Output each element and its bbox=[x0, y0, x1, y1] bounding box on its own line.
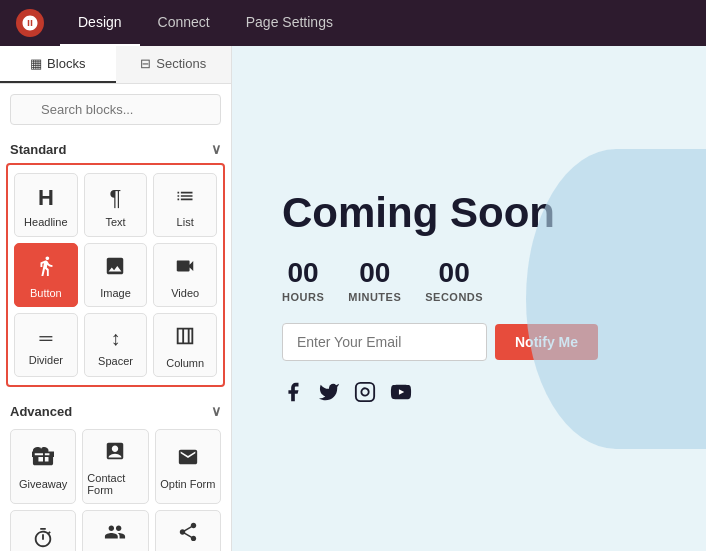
spacer-label: Spacer bbox=[98, 355, 133, 367]
standard-section-header: Standard ∨ bbox=[0, 133, 231, 163]
video-icon bbox=[174, 255, 196, 282]
advanced-section-header: Advanced ∨ bbox=[0, 395, 231, 425]
advanced-section: Advanced ∨ Giveaway Contact Form bbox=[0, 395, 231, 551]
canvas-area: Coming Soon 00 HOURS 00 MINUTES 00 SECON… bbox=[232, 46, 706, 551]
sections-tab-label: Sections bbox=[156, 56, 206, 71]
hours-label: HOURS bbox=[282, 291, 324, 303]
minutes-number: 00 bbox=[348, 257, 401, 289]
standard-blocks-grid-container: H Headline ¶ Text List bbox=[6, 163, 225, 387]
adv-social-profiles[interactable]: Social Profiles bbox=[82, 510, 148, 551]
countdown-icon bbox=[32, 527, 54, 551]
adv-countdown[interactable]: Countdown bbox=[10, 510, 76, 551]
divider-label: Divider bbox=[29, 354, 63, 366]
optin-form-label: Optin Form bbox=[160, 478, 215, 490]
contact-form-icon bbox=[104, 440, 126, 467]
blocks-tab-icon: ▦ bbox=[30, 56, 42, 71]
instagram-icon[interactable] bbox=[354, 381, 376, 408]
spacer-icon: ↕ bbox=[110, 327, 120, 350]
search-wrapper: 🔍 bbox=[10, 94, 221, 125]
advanced-label: Advanced bbox=[10, 404, 72, 419]
headline-icon: H bbox=[38, 185, 54, 211]
divider-icon: ═ bbox=[39, 328, 52, 349]
nav-tabs: Design Connect Page Settings bbox=[60, 0, 351, 46]
button-icon bbox=[35, 255, 57, 282]
button-label: Button bbox=[30, 287, 62, 299]
tab-blocks[interactable]: ▦ Blocks bbox=[0, 46, 116, 83]
column-icon bbox=[174, 325, 196, 352]
main-layout: ▦ Blocks ⊟ Sections 🔍 Standard ∨ H bbox=[0, 46, 706, 551]
search-container: 🔍 bbox=[0, 84, 231, 133]
sidebar-tabs: ▦ Blocks ⊟ Sections bbox=[0, 46, 231, 84]
column-label: Column bbox=[166, 357, 204, 369]
block-column[interactable]: Column bbox=[153, 313, 217, 377]
text-label: Text bbox=[105, 216, 125, 228]
nav-tab-connect[interactable]: Connect bbox=[140, 0, 228, 46]
svg-rect-0 bbox=[356, 383, 374, 401]
giveaway-label: Giveaway bbox=[19, 478, 67, 490]
countdown-hours: 00 HOURS bbox=[282, 257, 324, 303]
minutes-label: MINUTES bbox=[348, 291, 401, 303]
standard-label: Standard bbox=[10, 142, 66, 157]
nav-tab-page-settings[interactable]: Page Settings bbox=[228, 0, 351, 46]
standard-blocks-grid: H Headline ¶ Text List bbox=[14, 173, 217, 377]
block-video[interactable]: Video bbox=[153, 243, 217, 307]
advanced-chevron-icon[interactable]: ∨ bbox=[211, 403, 221, 419]
block-divider[interactable]: ═ Divider bbox=[14, 313, 78, 377]
text-icon: ¶ bbox=[110, 185, 122, 211]
countdown-seconds: 00 SECONDS bbox=[425, 257, 483, 303]
adv-contact-form[interactable]: Contact Form bbox=[82, 429, 148, 504]
hours-number: 00 bbox=[282, 257, 324, 289]
seconds-label: SECONDS bbox=[425, 291, 483, 303]
advanced-grid: Giveaway Contact Form Optin Form bbox=[0, 425, 231, 551]
headline-label: Headline bbox=[24, 216, 67, 228]
block-button[interactable]: Button bbox=[14, 243, 78, 307]
adv-optin-form[interactable]: Optin Form bbox=[155, 429, 221, 504]
optin-form-icon bbox=[177, 446, 199, 473]
list-label: List bbox=[177, 216, 194, 228]
sections-tab-icon: ⊟ bbox=[140, 56, 151, 71]
adv-social-sharing[interactable]: Social Sharing bbox=[155, 510, 221, 551]
list-icon bbox=[175, 186, 195, 211]
image-label: Image bbox=[100, 287, 131, 299]
seconds-number: 00 bbox=[425, 257, 483, 289]
facebook-icon[interactable] bbox=[282, 381, 304, 408]
image-icon bbox=[104, 255, 126, 282]
block-list[interactable]: List bbox=[153, 173, 217, 237]
social-profiles-icon bbox=[104, 521, 126, 548]
app-logo bbox=[16, 9, 44, 37]
blocks-tab-label: Blocks bbox=[47, 56, 85, 71]
giveaway-icon bbox=[32, 446, 54, 473]
video-label: Video bbox=[171, 287, 199, 299]
tab-sections[interactable]: ⊟ Sections bbox=[116, 46, 232, 83]
block-text[interactable]: ¶ Text bbox=[84, 173, 148, 237]
twitter-icon[interactable] bbox=[318, 381, 340, 408]
email-input[interactable] bbox=[282, 323, 487, 361]
youtube-icon[interactable] bbox=[390, 381, 412, 408]
top-nav: Design Connect Page Settings bbox=[0, 0, 706, 46]
block-image[interactable]: Image bbox=[84, 243, 148, 307]
nav-tab-design[interactable]: Design bbox=[60, 0, 140, 46]
standard-chevron-icon[interactable]: ∨ bbox=[211, 141, 221, 157]
block-spacer[interactable]: ↕ Spacer bbox=[84, 313, 148, 377]
deco-blob bbox=[526, 149, 706, 449]
deco-shape bbox=[506, 46, 706, 551]
contact-form-label: Contact Form bbox=[87, 472, 143, 496]
sidebar: ▦ Blocks ⊟ Sections 🔍 Standard ∨ H bbox=[0, 46, 232, 551]
search-input[interactable] bbox=[10, 94, 221, 125]
countdown-minutes: 00 MINUTES bbox=[348, 257, 401, 303]
social-sharing-icon bbox=[177, 521, 199, 548]
adv-giveaway[interactable]: Giveaway bbox=[10, 429, 76, 504]
block-headline[interactable]: H Headline bbox=[14, 173, 78, 237]
